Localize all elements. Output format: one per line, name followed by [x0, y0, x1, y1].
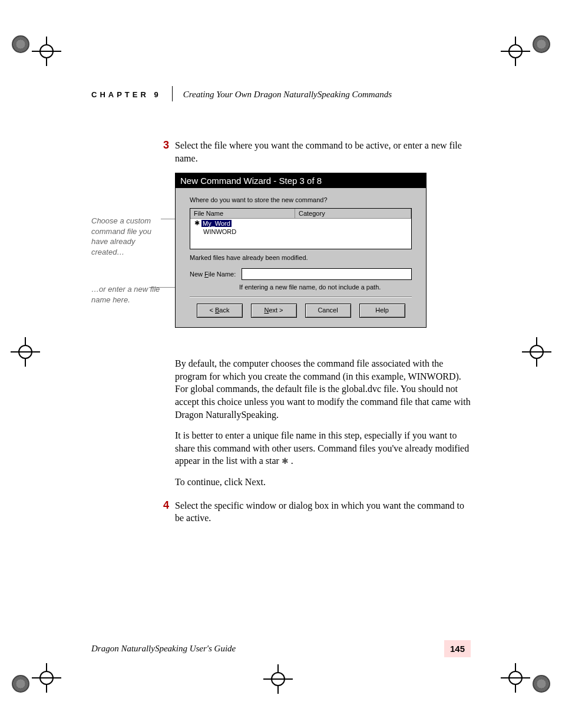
body-paragraph-2: It is better to enter a unique file name…	[175, 429, 471, 467]
chapter-title: Creating Your Own Dragon NaturallySpeaki…	[183, 90, 392, 99]
dialog-title: New Command Wizard - Step 3 of 8	[176, 173, 426, 188]
step-number: 4	[150, 499, 169, 512]
body-paragraph-1: By default, the computer chooses the com…	[175, 357, 471, 421]
new-file-hint: If entering a new file name, do not incl…	[239, 284, 412, 291]
page-number: 145	[444, 640, 471, 657]
step-text: Select the file where you want the comma…	[175, 139, 471, 164]
header-filename: File Name	[190, 209, 295, 218]
back-button[interactable]: < Back	[197, 304, 243, 318]
step-3: 3 Select the file where you want the com…	[91, 139, 471, 164]
header-separator	[172, 86, 173, 101]
step-4: 4 Select the specific window or dialog b…	[91, 499, 471, 525]
file-name-cell: WINWORD	[196, 228, 236, 235]
help-button[interactable]: Help	[359, 304, 405, 318]
star-icon: ✱	[282, 456, 289, 466]
modified-note: Marked files have already been modified.	[190, 254, 412, 261]
dialog-separator	[190, 297, 412, 298]
file-list[interactable]: File Name Category ✱ My_Word WINWORD	[190, 208, 412, 249]
running-header: CHAPTER 9 Creating Your Own Dragon Natur…	[91, 87, 471, 105]
file-name-cell: My_Word	[201, 220, 232, 227]
header-category: Category	[295, 209, 411, 218]
wizard-dialog: New Command Wizard - Step 3 of 8 Where d…	[175, 173, 427, 328]
step-text: Select the specific window or dialog box…	[175, 499, 471, 525]
margin-annotation-1: Choose a custom command file you have al…	[91, 216, 168, 257]
new-file-input[interactable]	[242, 268, 412, 280]
dialog-question: Where do you want to store the new comma…	[190, 196, 412, 203]
next-button[interactable]: Next >	[251, 304, 297, 318]
modified-star-icon: ✱	[193, 219, 201, 227]
page-footer: Dragon NaturallySpeaking User's Guide 14…	[91, 640, 471, 657]
step-number: 3	[150, 139, 169, 151]
file-row[interactable]: WINWORD	[190, 228, 411, 236]
body-p2-b: .	[291, 456, 293, 466]
cancel-button[interactable]: Cancel	[305, 304, 351, 318]
body-p2-a: It is better to enter a unique file name…	[175, 430, 469, 466]
file-row-selected[interactable]: ✱ My_Word	[190, 219, 411, 228]
new-file-label: New File Name:	[190, 271, 236, 278]
file-list-headers: File Name Category	[190, 209, 411, 219]
body-paragraph-3: To continue, click Next.	[175, 476, 471, 489]
footer-title: Dragon NaturallySpeaking User's Guide	[91, 644, 236, 654]
chapter-label: CHAPTER 9	[91, 90, 161, 99]
